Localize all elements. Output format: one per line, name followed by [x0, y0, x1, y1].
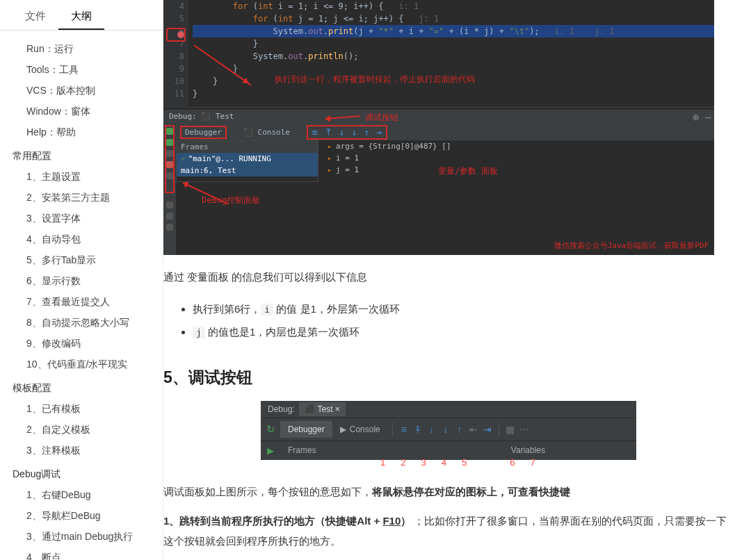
- annotation-box: [165, 125, 175, 193]
- frame-row: main:6, Test: [177, 165, 318, 176]
- close-icon: ⊕ —: [693, 111, 711, 124]
- frames-panel: Frames "main"@... RUNNING main:6, Test: [176, 140, 318, 182]
- nav-item[interactable]: Run：运行: [0, 39, 163, 60]
- bullet-item: j 的值也是1，内层也是第一次循环: [193, 320, 737, 343]
- nav-item[interactable]: Help：帮助: [0, 122, 163, 143]
- main-content: 4567 891011 for (int i = 1; i <= 9; i++)…: [163, 0, 751, 560]
- drop-frame-icon: ⇤: [467, 424, 481, 435]
- evaluate-icon: ▦: [503, 424, 517, 435]
- rerun-icon: ↻: [261, 423, 280, 436]
- nav-group-title[interactable]: 常用配置: [0, 146, 163, 167]
- breakpoint-icon: [177, 31, 184, 38]
- variables-label: Variables: [503, 442, 553, 459]
- step-icon: ↑: [364, 127, 369, 138]
- code-editor: 4567 891011 for (int i = 1; i <= 9; i++)…: [163, 0, 714, 108]
- nav-item[interactable]: 1、已有模板: [0, 399, 163, 420]
- nav-item[interactable]: 4、自动导包: [0, 229, 163, 250]
- debugger-tab: Debugger: [180, 126, 227, 139]
- step-over-icon: ⤉: [411, 424, 425, 435]
- nav: Run：运行 Tools：工具 VCS：版本控制 Window：窗体 Help：…: [0, 31, 163, 560]
- tab-outline[interactable]: 大纲: [58, 4, 104, 30]
- debugger-tab: Debugger: [280, 421, 332, 438]
- nav-item[interactable]: 1、右键DeBug: [0, 485, 163, 506]
- nav-item[interactable]: 10、代码垂直/水平现实: [0, 354, 163, 375]
- variable-row: args = {String[0]@487} []: [323, 140, 462, 152]
- console-tab: ▶Console: [332, 421, 388, 438]
- watermark-text: 微信搜索公众号Java后端面试，获取最新PDF: [554, 240, 709, 251]
- nav-item[interactable]: 4、断点: [0, 547, 163, 560]
- step-icon: ↓: [352, 127, 357, 138]
- line-gutter: 4567 891011: [163, 0, 188, 108]
- nav-item[interactable]: 2、导航栏DeBug: [0, 506, 163, 527]
- tb-title-bar: Debug: ⬛ Test ×: [261, 401, 636, 418]
- nav-item[interactable]: 3、设置字体: [0, 208, 163, 229]
- debug-toolbar-screenshot: Debug: ⬛ Test × ↻ Debugger ▶Console ≡ ⤉ …: [261, 401, 636, 460]
- nav-item[interactable]: 9、修改编码: [0, 333, 163, 354]
- nav-item[interactable]: VCS：版本控制: [0, 81, 163, 101]
- nav-item[interactable]: 6、显示行数: [0, 271, 163, 292]
- nav-item[interactable]: Window：窗体: [0, 101, 163, 122]
- resume-icon: ▶: [261, 445, 280, 456]
- tb-toolbar-row: ↻ Debugger ▶Console ≡ ⤉ ↓ ↓ ↑ ⇤ ⇥ ▦ ⋯: [261, 418, 636, 440]
- nav-item[interactable]: 8、自动提示忽略大小写: [0, 313, 163, 333]
- step-icon: ↓: [339, 127, 345, 138]
- step-icon: ⇥: [376, 127, 382, 138]
- step-icon: ⤒: [325, 127, 332, 138]
- console-tab: ⬛ Console: [243, 128, 290, 137]
- step-icon: ≡: [312, 127, 318, 138]
- annotation-text: 变量/参数 面板: [438, 165, 498, 177]
- run-to-cursor-icon: ⇥: [481, 424, 494, 435]
- nav-item[interactable]: Tools：工具: [0, 60, 163, 81]
- tb-frames-row: ▶ Frames Variables: [261, 440, 636, 460]
- frame-row: "main"@... RUNNING: [177, 153, 318, 165]
- nav-item[interactable]: 3、注释模板: [0, 440, 163, 461]
- debug-tab-bar: Debug: ⬛ Test: [163, 110, 714, 124]
- step-out-icon: ↑: [453, 424, 467, 435]
- paragraph: 1、跳转到当前程序所执行的地方（快捷键Alt + F10） ；比如你打开了很多窗…: [163, 511, 737, 551]
- variable-row: i = 1: [323, 152, 462, 164]
- nav-group-title[interactable]: Debug调试: [0, 464, 163, 485]
- annotation-text: 执行到这一行，程序被暂时挂起，停止执行后面的代码: [275, 74, 475, 85]
- annotation-text: 调试按钮: [365, 112, 398, 124]
- nav-item[interactable]: 2、自定义模板: [0, 420, 163, 440]
- sidebar-tabs: 文件 大纲: [0, 0, 163, 31]
- frames-label: Frames: [280, 442, 364, 459]
- bullet-item: 执行到第6行，i 的值 是1，外层第一次循环: [193, 297, 737, 320]
- sidebar: 文件 大纲 Run：运行 Tools：工具 VCS：版本控制 Window：窗体…: [0, 0, 163, 560]
- debug-toolbar: Debugger ⬛ Console ≡ ⤒ ↓ ↓ ↑ ⇥: [176, 124, 714, 140]
- nav-item[interactable]: 1、主题设置: [0, 167, 163, 188]
- frames-header: Frames: [177, 141, 318, 153]
- bullet-list: 执行到第6行，i 的值 是1，外层第一次循环 j 的值也是1，内层也是第一次循环: [163, 297, 737, 343]
- tab-file[interactable]: 文件: [13, 4, 58, 30]
- nav-item[interactable]: 5、多行Tab显示: [0, 250, 163, 271]
- more-icon: ⋯: [517, 424, 531, 435]
- debug-step-icons: ≡ ⤒ ↓ ↓ ↑ ⇥: [307, 125, 387, 140]
- nav-item[interactable]: 7、查看最近提交人: [0, 292, 163, 313]
- section-heading: 5、调试按钮: [163, 367, 737, 388]
- show-exec-icon: ≡: [397, 424, 411, 435]
- nav-item[interactable]: 2、安装第三方主题: [0, 188, 163, 208]
- nav-group-title[interactable]: 模板配置: [0, 378, 163, 399]
- ide-debug-screenshot: 4567 891011 for (int i = 1; i <= 9; i++)…: [163, 0, 714, 255]
- paragraph: 通过 变量面板 的信息我们可以得到以下信息: [163, 267, 737, 288]
- nav-item[interactable]: 3、通过main Debug执行: [0, 527, 163, 547]
- paragraph: 调试面板如上图所示，每个按钮的意思如下，将鼠标悬停在对应的图标上，可查看快捷键: [163, 482, 737, 502]
- step-into-icon: ↓: [425, 424, 439, 435]
- force-step-into-icon: ↓: [439, 424, 453, 435]
- annotation-text: DeBug控制面板: [202, 195, 260, 206]
